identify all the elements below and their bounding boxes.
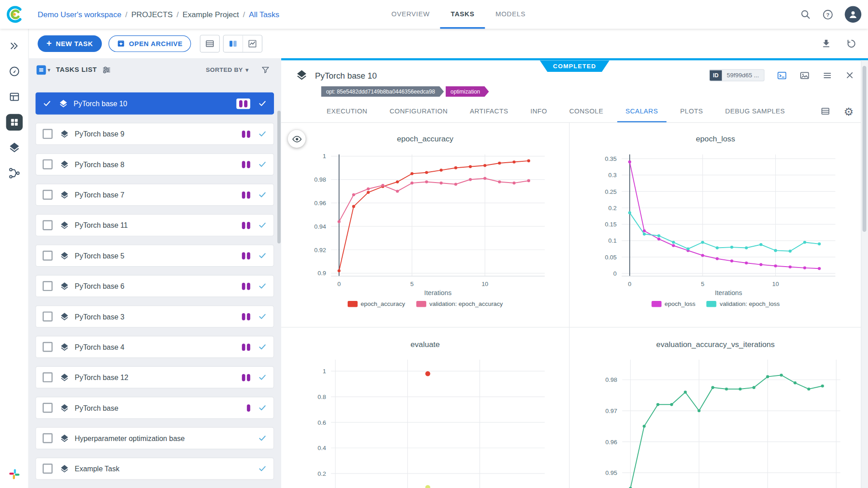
new-task-button[interactable]: + NEW TASK bbox=[38, 35, 102, 52]
svg-text:5: 5 bbox=[410, 281, 414, 287]
download-icon[interactable] bbox=[821, 38, 831, 49]
legend-item[interactable]: validation: epoch_loss bbox=[707, 300, 780, 307]
scrollbar-thumb[interactable] bbox=[277, 111, 280, 244]
view-toggles bbox=[200, 35, 262, 52]
task-checkbox[interactable] bbox=[42, 251, 52, 261]
breadcrumb-item[interactable]: Demo User's workspace bbox=[38, 10, 121, 19]
chart-title: evaluation_accuracy_vs_iterations bbox=[570, 340, 861, 349]
task-row-right bbox=[242, 251, 267, 260]
legend-item[interactable]: epoch_accuracy bbox=[347, 300, 405, 307]
legend-swatch bbox=[347, 301, 357, 307]
image-preview-icon[interactable] bbox=[799, 70, 810, 80]
projects-icon[interactable] bbox=[6, 114, 23, 131]
task-row[interactable]: PyTorch base 11 bbox=[35, 214, 274, 236]
console-output-icon[interactable] bbox=[777, 70, 787, 80]
tag-pill-icon bbox=[242, 282, 245, 290]
task-checkbox[interactable] bbox=[42, 190, 52, 200]
task-row[interactable]: PyTorch base 4 bbox=[35, 336, 274, 358]
toggle-compare-view[interactable] bbox=[242, 35, 262, 52]
chart-canvas[interactable]: 0.20.40.60.81 bbox=[281, 355, 569, 488]
task-name: Hyperparameter optimization base bbox=[75, 434, 184, 442]
sort-by-control[interactable]: SORTED BY ▾ bbox=[206, 66, 249, 73]
customize-columns-icon[interactable] bbox=[102, 65, 111, 75]
task-checkbox[interactable] bbox=[42, 281, 52, 291]
detail-tab-debug-samples[interactable]: DEBUG SAMPLES bbox=[717, 101, 793, 122]
open-archive-button[interactable]: OPEN ARCHIVE bbox=[108, 35, 191, 52]
task-row-right bbox=[242, 190, 267, 199]
task-checkbox[interactable] bbox=[42, 433, 52, 443]
task-checkbox[interactable] bbox=[42, 311, 52, 321]
menu-icon[interactable] bbox=[822, 70, 832, 80]
task-checkbox[interactable] bbox=[42, 220, 52, 230]
task-row[interactable]: PyTorch base 3 bbox=[35, 305, 274, 328]
detail-tab-scalars[interactable]: SCALARS bbox=[617, 101, 666, 122]
toggle-details-view[interactable] bbox=[224, 35, 243, 52]
legend-item[interactable]: epoch_loss bbox=[651, 300, 696, 307]
scrollbar-thumb[interactable] bbox=[863, 66, 867, 232]
task-row[interactable]: Example Task bbox=[35, 458, 274, 480]
completed-check-icon bbox=[258, 312, 267, 321]
detail-tab-artifacts[interactable]: ARTIFACTS bbox=[462, 101, 517, 122]
task-checkbox[interactable] bbox=[42, 160, 52, 169]
settings-gear-icon[interactable]: ⚙ bbox=[844, 106, 854, 117]
detail-tab-configuration[interactable]: CONFIGURATION bbox=[381, 101, 456, 122]
task-tag[interactable]: opt: 85e5482ddd7149b8ba0446356eedca98 bbox=[321, 86, 444, 97]
completed-check-icon bbox=[258, 221, 267, 230]
detail-tab-info[interactable]: INFO bbox=[522, 101, 556, 122]
reports-icon[interactable] bbox=[6, 89, 23, 105]
task-row[interactable]: PyTorch base 7 bbox=[35, 184, 274, 206]
hide-show-plots-eye-icon[interactable] bbox=[288, 130, 306, 148]
task-row[interactable]: PyTorch base bbox=[35, 397, 274, 419]
tasks-list-title: TASKS LIST bbox=[56, 66, 97, 74]
top-tab-tasks[interactable]: TASKS bbox=[440, 0, 485, 29]
legend-item[interactable]: validation: epoch_accuracy bbox=[416, 300, 503, 307]
dashboard-icon[interactable] bbox=[6, 63, 23, 80]
table-card-view-selector[interactable]: ▾ bbox=[37, 65, 51, 75]
task-tag[interactable]: optimization bbox=[446, 86, 489, 97]
task-row[interactable]: PyTorch base 12 bbox=[35, 366, 274, 389]
task-checkbox[interactable] bbox=[42, 372, 52, 382]
chart-canvas[interactable]: 051000.050.10.150.20.250.30.35Iterations bbox=[570, 150, 861, 298]
tag-pills bbox=[242, 313, 250, 320]
task-row[interactable]: PyTorch base 9 bbox=[35, 123, 274, 145]
detail-tab-console[interactable]: CONSOLE bbox=[561, 101, 612, 122]
task-id-pill[interactable]: ID 59f99d65 ... bbox=[709, 69, 764, 81]
close-icon[interactable] bbox=[845, 70, 855, 80]
expand-sidebar-icon[interactable] bbox=[6, 38, 23, 54]
task-row[interactable]: PyTorch base 6 bbox=[35, 275, 274, 297]
detail-tab-execution[interactable]: EXECUTION bbox=[318, 101, 376, 122]
task-checkbox[interactable] bbox=[42, 129, 52, 139]
user-avatar[interactable] bbox=[845, 6, 862, 23]
task-checkbox[interactable] bbox=[42, 342, 52, 352]
filter-icon[interactable] bbox=[261, 65, 270, 75]
clearml-logo-icon[interactable] bbox=[5, 5, 24, 24]
auto-refresh-icon[interactable] bbox=[846, 38, 857, 49]
chart-canvas[interactable]: 0.950.960.970.98 bbox=[570, 355, 861, 488]
datasets-icon[interactable] bbox=[6, 140, 23, 156]
detail-tab-plots[interactable]: PLOTS bbox=[672, 101, 711, 122]
breadcrumb-item[interactable]: All Tasks bbox=[249, 10, 279, 19]
scalars-content: epoch_accuracy 05100.90.920.940.960.981I… bbox=[281, 122, 861, 488]
task-row[interactable]: PyTorch base 8 bbox=[35, 153, 274, 175]
metrics-table-icon[interactable] bbox=[821, 106, 830, 117]
task-checkbox[interactable] bbox=[42, 464, 52, 474]
svg-text:1: 1 bbox=[323, 368, 326, 375]
top-tab-overview[interactable]: OVERVIEW bbox=[381, 0, 440, 29]
svg-text:10: 10 bbox=[481, 281, 488, 287]
toggle-table-view[interactable] bbox=[200, 35, 219, 52]
top-tab-models[interactable]: MODELS bbox=[485, 0, 536, 29]
chart-legend: epoch_lossvalidation: epoch_loss bbox=[570, 300, 861, 307]
task-checkbox[interactable] bbox=[42, 403, 52, 413]
task-detail-panel: COMPLETED PyTorch base 10 ID 59f99d65 ..… bbox=[281, 58, 868, 488]
community-slack-icon[interactable] bbox=[6, 466, 23, 483]
task-row[interactable]: Hyperparameter optimization base bbox=[35, 427, 274, 449]
help-icon[interactable]: ? bbox=[822, 9, 834, 20]
chart-canvas[interactable]: 05100.90.920.940.960.981Iterations bbox=[281, 150, 569, 298]
pipelines-icon[interactable] bbox=[6, 165, 23, 182]
task-row[interactable]: PyTorch base 10 bbox=[35, 92, 274, 114]
tag-pills bbox=[242, 130, 250, 137]
completed-check-icon bbox=[258, 282, 267, 291]
search-icon[interactable] bbox=[800, 9, 811, 20]
task-row[interactable]: PyTorch base 5 bbox=[35, 244, 274, 267]
topbar-actions: ? bbox=[800, 0, 861, 29]
